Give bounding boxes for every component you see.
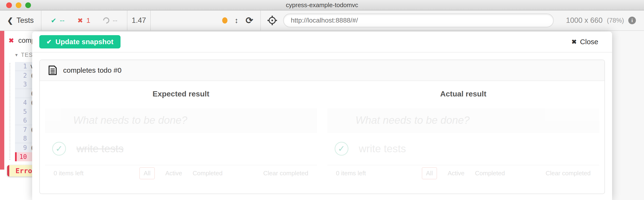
main-area: ✖ compl ▾ TES 1v 2( 3 ( 4( 5 6 7( 8 9( 1… [0,31,644,200]
info-icon[interactable]: i [628,17,636,24]
filter-completed: Completed [193,170,223,177]
test-name: completes todo #0 [63,66,122,74]
update-snapshot-label: Update snapshot [56,38,113,46]
url-input[interactable] [283,13,554,27]
expected-column: Expected result What needs to be done? ✓… [40,81,322,181]
test-body-section-label: TES [21,52,33,58]
viewport-scale: (78%) [607,17,624,24]
todo-footer: 0 items left All Active Completed Clear … [45,165,317,181]
check-icon: ✔ [51,17,56,24]
toolbar: ❮ Tests ✔ -- ✖ 1 -- 1.47 ↕ ⟳ [0,10,644,31]
todo-input-placeholder: What needs to be done? [73,114,187,126]
test-duration: 1.47 [128,10,150,30]
close-label: Close [580,38,598,46]
window-close-button[interactable] [6,2,12,8]
stat-passed: ✔ -- [51,16,64,24]
filter-active: Active [165,170,182,177]
toolbar-middle: ↕ ⟳ [151,10,260,30]
todo-input-row: What needs to be done? [328,108,600,132]
comparison-card: completes todo #0 Expected result What n… [39,60,605,194]
clear-completed-label: Clear completed [263,170,308,177]
passed-count: -- [60,16,64,24]
todo-footer: 0 items left All Active Completed Clear … [328,165,600,181]
pending-count: -- [113,16,118,24]
resize-arrows-icon: ↕ [234,16,238,25]
expected-snapshot: What needs to be done? ✓ write tests 0 i… [45,108,317,181]
refresh-icon[interactable]: ⟳ [246,15,253,26]
todo-item-text: write tests [76,143,124,155]
window-minimize-button[interactable] [16,2,22,8]
window-zoom-button[interactable] [25,2,31,8]
traffic-lights [6,2,31,8]
clear-completed-label: Clear completed [546,170,591,177]
todo-item-row: ✓ write tests [328,132,600,165]
x-icon: ✖ [78,17,83,24]
failed-count: 1 [86,16,90,24]
update-snapshot-button[interactable]: ✔ Update snapshot [39,35,120,48]
todo-input-placeholder: What needs to be done? [356,114,470,126]
window-titlebar: cypress-example-todomvc [0,0,644,10]
circle-icon [102,16,111,25]
filter-all: All [422,167,437,179]
check-icon: ✔ [46,38,52,46]
stat-failed: ✖ 1 [78,16,90,24]
test-stats: ✔ -- ✖ 1 -- [42,10,127,30]
card-header: completes todo #0 [40,60,604,81]
stat-pending: -- [103,16,118,24]
dialog-header: ✔ Update snapshot ✖ Close [32,32,612,53]
back-to-tests-label: Tests [16,16,34,25]
close-button[interactable]: ✖ Close [572,38,598,46]
url-section [261,10,560,30]
window-title: cypress-example-todomvc [0,0,644,10]
todo-checkmark-icon: ✓ [52,142,66,156]
expected-heading: Expected result [45,90,317,98]
card-body: Expected result What needs to be done? ✓… [40,81,604,181]
caret-down-icon: ▾ [15,52,18,58]
actual-column: Actual result What needs to be done? ✓ w… [322,81,605,181]
todo-item-text: write tests [359,143,406,155]
chevron-left-icon: ❮ [7,16,13,25]
actual-heading: Actual result [328,90,600,98]
document-icon [48,65,57,75]
viewport-size: 1000 x 660 [566,16,602,25]
todo-input-row: What needs to be done? [45,108,317,132]
filter-all: All [139,167,155,179]
fail-x-icon: ✖ [8,37,14,44]
back-to-tests-button[interactable]: ❮ Tests [0,10,41,30]
todo-checkmark-icon: ✓ [334,142,348,156]
actual-snapshot: What needs to be done? ✓ write tests 0 i… [328,108,600,181]
selector-playground-icon[interactable] [267,15,278,26]
filter-active: Active [448,170,464,177]
close-icon: ✖ [572,38,577,46]
todo-item-row: ✓ write tests [45,132,317,165]
viewport-info: 1000 x 660 (78%) i [560,10,644,30]
filter-completed: Completed [475,170,505,177]
viewport-scale-dot-icon [222,17,228,23]
snapshot-dialog: ✔ Update snapshot ✖ Close completes todo… [32,32,612,200]
